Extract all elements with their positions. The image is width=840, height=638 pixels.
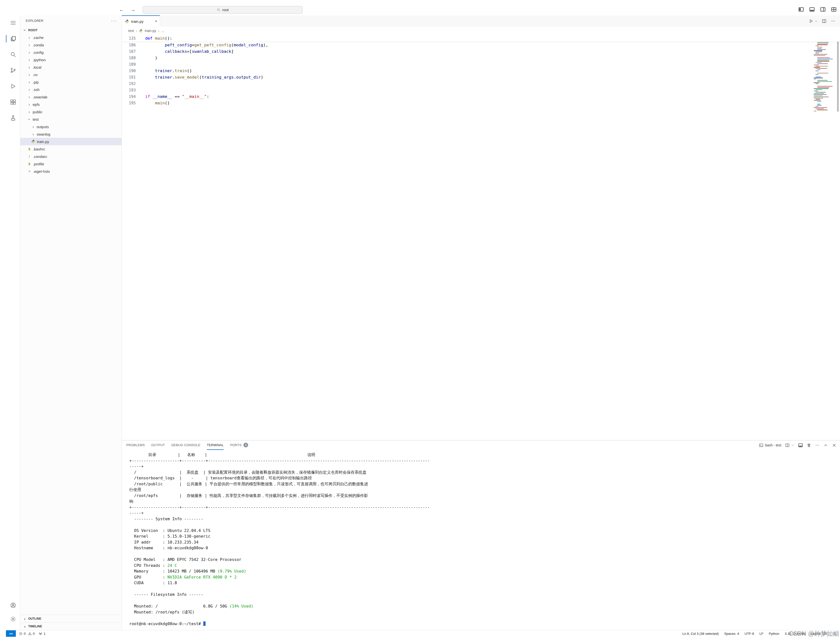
tree-item-.profile[interactable]: $.profile	[20, 160, 122, 168]
code-line: 187 callbacks=[swanlab_callback]	[122, 48, 420, 55]
tree-item-.bashrc[interactable]: $.bashrc	[20, 145, 122, 153]
breadcrumb-symbol[interactable]: ...	[161, 29, 164, 33]
line-number: 192	[122, 81, 136, 87]
chevron-right-icon: ›	[27, 102, 31, 106]
activity-menu-icon[interactable]	[8, 17, 19, 28]
tree-item-.conda[interactable]: ›.conda	[20, 41, 122, 49]
code-line: 190 trainer.train()	[122, 68, 420, 74]
breadcrumb-folder[interactable]: test	[128, 29, 134, 33]
forward-arrow-icon[interactable]: →	[129, 6, 137, 13]
extensions-icon	[10, 99, 16, 105]
activity-run-debug-icon[interactable]	[8, 81, 19, 92]
tree-item-.ipython[interactable]: ›.ipython	[20, 56, 122, 63]
code-line: 186 peft_config=get_peft_config(model_co…	[122, 42, 420, 48]
tree-item-label: .cache	[33, 35, 44, 40]
tab-label: train.py	[131, 19, 144, 24]
chevron-right-icon: ›	[27, 95, 31, 99]
chevron-right-icon: ›	[136, 29, 137, 33]
tree-item-label: swanlog	[37, 132, 50, 136]
code-text: def main():	[136, 35, 172, 42]
tree-item-.local[interactable]: ›.local	[20, 63, 122, 71]
code-line: 194if __name__ == "__main__":	[122, 93, 420, 100]
tab-train-py[interactable]: train.py ×	[122, 15, 160, 27]
tree-item-swanlog[interactable]: ›swanlog	[20, 130, 122, 138]
testing-icon	[10, 115, 16, 121]
code-text: peft_config=get_peft_config(model_config…	[136, 42, 268, 48]
history-nav: ← →	[118, 6, 137, 13]
tree-item-label: .wget-hsts	[33, 169, 50, 174]
workbench: EXPLORER ··· › ROOT ›.cache›.conda›.conf…	[6, 15, 420, 319]
tree-item-test[interactable]: ›test	[20, 116, 122, 123]
chevron-right-icon: ›	[31, 132, 35, 136]
code-editor[interactable]: 135def main():186 peft_config=get_peft_c…	[122, 35, 420, 319]
tree-root[interactable]: › ROOT	[20, 26, 122, 34]
tree-item-label: public	[33, 110, 43, 114]
chevron-right-icon: ›	[27, 110, 31, 114]
code-text: main()	[136, 100, 170, 106]
chevron-right-icon: ›	[27, 80, 31, 84]
code-line: 191 trainer.save_model(training_args.out…	[122, 74, 420, 81]
tree-item-label: .ssh	[33, 87, 39, 92]
line-number: 188	[122, 55, 136, 61]
tree-item-label: .profile	[33, 162, 44, 166]
sidebar-header: EXPLORER ···	[20, 15, 122, 26]
python-file-icon	[31, 139, 35, 144]
search-icon	[10, 51, 16, 58]
activity-explorer-icon[interactable]	[8, 33, 19, 44]
sidebar-title: EXPLORER	[26, 19, 43, 22]
line-number: 189	[122, 61, 136, 68]
code-line: 195 main()	[122, 100, 420, 106]
chevron-right-icon: ›	[27, 35, 31, 40]
python-file-icon	[125, 19, 129, 24]
tree-item-outputs[interactable]: ›outputs	[20, 123, 122, 130]
activity-extensions-icon[interactable]	[8, 97, 19, 108]
chevron-right-icon: ›	[27, 87, 31, 92]
tree-item-train.py[interactable]: train.py	[20, 138, 122, 145]
code-line: 188 )	[122, 55, 420, 61]
tree-item-label: .nv	[33, 73, 38, 77]
tree-item-label: .config	[33, 50, 44, 55]
tree-item-label: .pip	[33, 80, 39, 84]
search-icon	[217, 8, 220, 12]
tree-item-.nv[interactable]: ›.nv	[20, 71, 122, 78]
breadcrumb-file[interactable]: train.py	[145, 29, 156, 33]
line-number: 190	[122, 68, 136, 74]
tree-item-.ssh[interactable]: ›.ssh	[20, 86, 122, 93]
tree-item-.config[interactable]: ›.config	[20, 49, 122, 56]
code-text: trainer.train()	[136, 68, 192, 74]
chevron-right-icon: ›	[27, 50, 31, 55]
tree-item-.condarc[interactable]: !.condarc	[20, 153, 122, 160]
shell-file-icon: $	[27, 162, 32, 166]
close-tab-icon[interactable]: ×	[155, 19, 157, 24]
tree-item-.swanlab[interactable]: ›.swanlab	[20, 93, 122, 101]
activity-bar	[6, 15, 20, 319]
activity-source-control-icon[interactable]	[8, 65, 19, 76]
activity-search-icon[interactable]	[8, 49, 19, 60]
back-arrow-icon[interactable]: ←	[118, 6, 125, 13]
tree-root-label: ROOT	[28, 28, 38, 32]
tree-item-label: test	[33, 117, 39, 122]
code-text: )	[136, 55, 158, 61]
breadcrumb: test › train.py › ...	[122, 27, 420, 35]
title-bar: ← → root	[6, 5, 420, 15]
chevron-right-icon: ›	[158, 29, 159, 33]
code-text: callbacks=[swanlab_callback]	[136, 48, 234, 55]
tree-item-epfs[interactable]: ›epfs	[20, 101, 122, 108]
command-center-search[interactable]: root	[143, 6, 303, 14]
code-text	[136, 61, 148, 68]
vscode-window: ← → root EXPLORER ··· › ROOT ›.cache›.co…	[6, 5, 420, 319]
chevron-right-icon: ›	[27, 65, 31, 70]
editor-group: train.py × test › train.py › ...	[122, 15, 420, 319]
tree-item-.wget-hsts[interactable]: ≡.wget-hsts	[20, 168, 122, 175]
activity-testing-icon[interactable]	[8, 112, 19, 123]
tree-item-public[interactable]: ›public	[20, 108, 122, 116]
config-file-icon: !	[27, 155, 32, 158]
text-file-icon: ≡	[27, 169, 32, 173]
more-actions-icon[interactable]: ···	[111, 18, 117, 24]
tree-item-.cache[interactable]: ›.cache	[20, 34, 122, 41]
run-debug-icon	[10, 83, 16, 89]
code-lines: 135def main():186 peft_config=get_peft_c…	[122, 35, 420, 106]
chevron-right-icon: ›	[27, 58, 31, 62]
tree-item-.pip[interactable]: ›.pip	[20, 78, 122, 86]
tab-strip: train.py ×	[122, 15, 420, 27]
